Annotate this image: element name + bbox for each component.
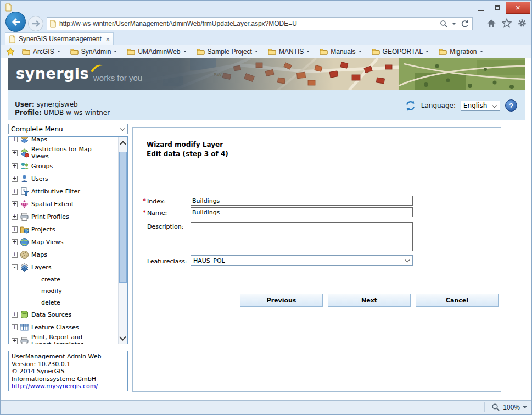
expand-plus-icon[interactable] — [12, 338, 18, 344]
status-bar: 100% — [1, 400, 531, 414]
minimize-button[interactable] — [473, 2, 489, 14]
favorite-geoportal[interactable]: GEOPORTAL — [367, 45, 434, 58]
chevron-down-icon — [255, 51, 258, 54]
page-icon — [49, 20, 57, 28]
maps-icon — [20, 136, 29, 144]
chevron-down-icon — [523, 406, 527, 411]
tree-item-restrictions[interactable]: Restrictions for Map Views — [9, 146, 118, 160]
tree-item-groups[interactable]: Groups — [9, 160, 118, 173]
favorite-synadmin[interactable]: SynAdmin — [65, 45, 122, 58]
description-field[interactable] — [191, 222, 413, 251]
expand-plus-icon[interactable] — [12, 226, 18, 233]
expand-plus-icon[interactable] — [12, 201, 18, 207]
tree-item-spatial-extent[interactable]: Spatial Extent — [9, 198, 118, 211]
scrollbar-thumb[interactable] — [119, 152, 127, 283]
tree-item-layers[interactable]: Layers — [9, 261, 118, 274]
refresh-icon[interactable] — [460, 19, 469, 28]
maximize-button[interactable] — [489, 2, 506, 14]
close-button[interactable] — [506, 2, 530, 14]
back-button[interactable] — [5, 12, 26, 32]
user-label: User: — [15, 101, 35, 108]
folder-icon — [197, 48, 205, 55]
favorite-label: MANTIS — [279, 48, 304, 56]
expand-plus-icon[interactable] — [12, 136, 18, 142]
favorite-label: SynAdmin — [81, 48, 111, 56]
expand-plus-icon[interactable] — [12, 189, 18, 195]
page-icon — [9, 35, 16, 43]
chevron-down-icon — [480, 51, 483, 54]
address-dropdown-icon[interactable] — [452, 23, 456, 27]
help-icon[interactable] — [505, 99, 517, 112]
scroll-up-icon[interactable] — [120, 141, 126, 147]
cancel-button[interactable]: Cancel — [416, 294, 499, 307]
favorites-star-icon[interactable] — [502, 18, 512, 28]
menu-mode-select[interactable]: Complete Menu — [8, 124, 128, 134]
favorite-arcgis[interactable]: ArcGIS — [17, 45, 65, 58]
favorites-bar-star-icon[interactable] — [6, 47, 15, 56]
tree-item-print-report-templates[interactable]: Print, Report and Export Templates — [9, 334, 118, 344]
banner: BW synergis works for you — [8, 58, 525, 90]
language-select[interactable]: English — [461, 101, 500, 111]
refresh-language-icon[interactable] — [405, 100, 416, 112]
expand-plus-icon[interactable] — [12, 312, 18, 318]
tab-close-icon[interactable] — [105, 34, 110, 44]
tree-item-print-profiles[interactable]: Print Profiles — [9, 211, 118, 223]
expand-plus-icon[interactable] — [12, 239, 18, 245]
index-field[interactable] — [191, 196, 413, 206]
tree-item-users[interactable]: Users — [9, 173, 118, 185]
tree-item-layers-modify[interactable]: modify — [9, 285, 118, 297]
name-label: Name: — [147, 208, 191, 217]
favorite-migration[interactable]: Migration — [434, 45, 488, 58]
chevron-down-icon — [425, 51, 429, 54]
settings-gear-icon[interactable] — [517, 18, 527, 28]
favorite-manuals[interactable]: Manuals — [315, 45, 366, 58]
tree-item-layers-delete[interactable]: delete — [9, 297, 118, 308]
expand-plus-icon[interactable] — [12, 163, 18, 169]
name-field[interactable] — [191, 207, 413, 217]
next-button[interactable]: Next — [328, 294, 411, 307]
expand-plus-icon[interactable] — [12, 324, 18, 330]
scroll-down-icon[interactable] — [119, 334, 126, 341]
collapse-minus-icon[interactable] — [12, 264, 18, 270]
previous-button[interactable]: Previous — [240, 294, 323, 307]
titlebar-icons — [5, 3, 12, 12]
synergis-website-link[interactable]: http://www.mysynergis.com/ — [12, 383, 98, 390]
zoom-control[interactable]: 100% — [484, 402, 527, 412]
tab-title: SynerGIS Usermanagement ... — [19, 35, 103, 43]
tree-item-map-views[interactable]: Map Views — [9, 236, 118, 248]
tree-item-attributive-filter[interactable]: Attributive Filter — [9, 185, 118, 198]
users-icon — [20, 174, 29, 184]
tree-item-data-sources[interactable]: Data Sources — [9, 308, 118, 321]
logo-text: synergis — [16, 65, 89, 82]
folder-icon — [22, 48, 30, 55]
url-text[interactable]: http://w-ws-wintner/UserManagementAdminW… — [59, 20, 440, 27]
expand-plus-icon[interactable] — [12, 252, 18, 258]
expand-plus-icon[interactable] — [12, 214, 18, 220]
forward-button[interactable] — [28, 16, 43, 31]
favorite-mantis[interactable]: MANTIS — [263, 45, 315, 58]
address-bar[interactable]: http://w-ws-wintner/UserManagementAdminW… — [47, 17, 473, 30]
expand-plus-icon[interactable] — [12, 176, 18, 182]
search-icon[interactable] — [440, 20, 448, 28]
expand-plus-icon[interactable] — [12, 150, 18, 156]
tree-item-maps[interactable]: Maps — [9, 248, 118, 261]
chevron-down-icon — [492, 103, 497, 107]
tab-synergis-usermanagement[interactable]: SynerGIS Usermanagement ... — [5, 32, 114, 45]
tree-item-layers-create[interactable]: create — [9, 274, 118, 285]
featureclass-select[interactable]: HAUS_POL — [191, 255, 413, 266]
user-info: User: synergisweb Profile: UMDB w-ws-win… — [15, 101, 110, 117]
home-icon[interactable] — [486, 19, 496, 28]
chevron-down-icon — [183, 51, 187, 54]
navigation-tree: Maps Restrictions for Map Views — [8, 136, 128, 344]
user-value: synergisweb — [37, 101, 78, 108]
zoom-magnifier-icon — [491, 403, 500, 412]
featureclass-label: Featureclass: — [147, 257, 191, 265]
favorite-umadminweb[interactable]: UMAdminWeb — [122, 45, 191, 58]
profile-value: UMDB w-ws-wintner — [44, 109, 110, 117]
separator — [484, 402, 485, 412]
projects-icon — [20, 225, 29, 234]
favorite-sample-project[interactable]: Sample Project — [192, 45, 263, 58]
tree-item-feature-classes[interactable]: Feature Classes — [9, 321, 118, 334]
tree-item-projects[interactable]: Projects — [9, 223, 118, 236]
tree-item-maps-top[interactable]: Maps — [9, 136, 118, 146]
